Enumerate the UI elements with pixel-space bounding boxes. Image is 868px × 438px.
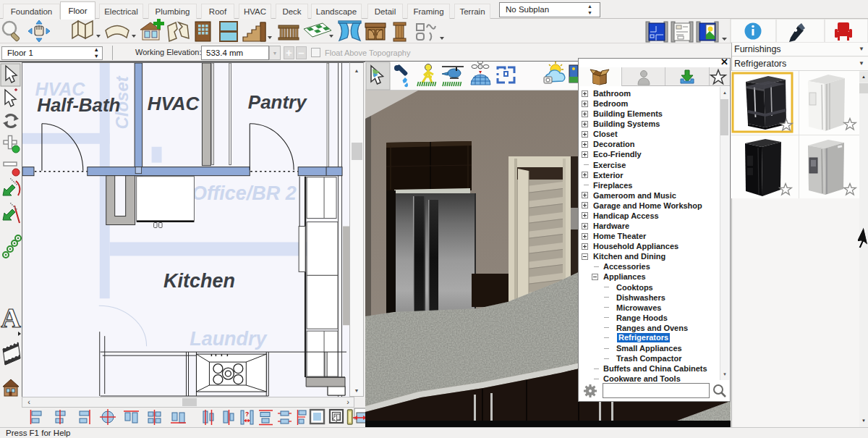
svg-text:Pantry: Pantry xyxy=(248,92,307,112)
svg-text:Half-Bath: Half-Bath xyxy=(37,95,120,115)
svg-text:?: ? xyxy=(245,410,249,418)
svg-text:A: A xyxy=(1,303,21,333)
svg-text:Kitchen: Kitchen xyxy=(163,270,235,292)
svg-text:Office/BR 2: Office/BR 2 xyxy=(192,182,297,204)
svg-text:Laundry: Laundry xyxy=(190,328,268,350)
svg-text:HVAC: HVAC xyxy=(148,93,200,114)
